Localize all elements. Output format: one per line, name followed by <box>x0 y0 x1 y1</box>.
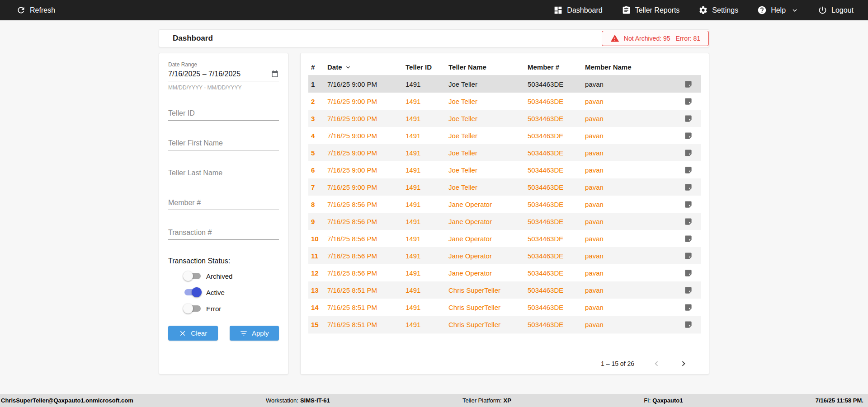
table-row[interactable]: 2 7/16/25 9:00 PM 1491 Joe Teller 503446… <box>308 93 701 110</box>
cell-num: 9 <box>311 218 327 225</box>
cell-teller-name: Joe Teller <box>448 149 528 157</box>
nav-settings[interactable]: Settings <box>698 5 738 15</box>
transaction-note-button[interactable] <box>678 320 698 329</box>
transactions-table-card: # Date Teller ID Teller Name Member # Me… <box>300 53 709 374</box>
nav-logout[interactable]: Logout <box>818 5 854 15</box>
teller-first-name-input[interactable] <box>168 139 279 147</box>
nav-settings-label: Settings <box>712 6 738 14</box>
cell-date: 7/16/25 9:00 PM <box>327 149 406 157</box>
table-row[interactable]: 15 7/16/25 8:51 PM 1491 Chris SuperTelle… <box>308 316 701 333</box>
cell-date: 7/16/25 9:00 PM <box>327 132 406 140</box>
nav-help-label: Help <box>771 6 786 14</box>
transaction-note-button[interactable] <box>678 303 698 312</box>
transaction-note-button[interactable] <box>678 269 698 277</box>
filter-icon <box>240 329 248 337</box>
transaction-note-button[interactable] <box>678 217 698 226</box>
transaction-note-button[interactable] <box>678 200 698 209</box>
transaction-note-button[interactable] <box>678 80 698 89</box>
teller-id-input[interactable] <box>168 109 279 117</box>
table-row[interactable]: 11 7/16/25 8:56 PM 1491 Jane Operator 50… <box>308 247 701 264</box>
apply-button[interactable]: Apply <box>230 326 279 341</box>
transaction-note-button[interactable] <box>678 97 698 106</box>
toggle-active[interactable]: Active <box>183 287 279 298</box>
cell-date: 7/16/25 9:00 PM <box>327 166 406 174</box>
table-row[interactable]: 10 7/16/25 8:56 PM 1491 Jane Operator 50… <box>308 230 701 247</box>
table-row[interactable]: 6 7/16/25 9:00 PM 1491 Joe Teller 503446… <box>308 161 701 178</box>
transaction-note-button[interactable] <box>678 286 698 295</box>
toggle-error[interactable]: Error <box>183 303 279 314</box>
table-row[interactable]: 5 7/16/25 9:00 PM 1491 Joe Teller 503446… <box>308 144 701 161</box>
note-icon <box>684 97 693 106</box>
transaction-note-button[interactable] <box>678 183 698 192</box>
report-clipboard-icon <box>622 5 631 15</box>
cell-num: 14 <box>311 304 327 311</box>
cell-member-num: 5034463DE <box>528 269 585 277</box>
note-icon <box>684 114 693 123</box>
cell-teller-id: 1491 <box>406 115 448 122</box>
table-row[interactable]: 7 7/16/25 9:00 PM 1491 Joe Teller 503446… <box>308 178 701 196</box>
member-number-input[interactable] <box>168 199 279 207</box>
cell-teller-name: Chris SuperTeller <box>448 304 528 311</box>
transaction-note-button[interactable] <box>678 114 698 123</box>
cell-teller-id: 1491 <box>406 304 448 311</box>
refresh-button[interactable]: Refresh <box>16 5 55 15</box>
nav-teller-reports[interactable]: Teller Reports <box>622 5 680 15</box>
toggle-archived[interactable]: Archived <box>183 271 279 281</box>
table-row[interactable]: 8 7/16/25 8:56 PM 1491 Jane Operator 503… <box>308 196 701 213</box>
transaction-note-button[interactable] <box>678 234 698 243</box>
table-body: 1 7/16/25 9:00 PM 1491 Joe Teller 503446… <box>308 75 701 333</box>
table-row[interactable]: 14 7/16/25 8:51 PM 1491 Chris SuperTelle… <box>308 299 701 316</box>
calendar-picker-button[interactable] <box>271 70 279 78</box>
alert-not-archived-count: Not Archived: 95 <box>624 35 670 42</box>
clear-button-label: Clear <box>191 329 207 337</box>
cell-date: 7/16/25 9:00 PM <box>327 115 406 122</box>
table-row[interactable]: 1 7/16/25 9:00 PM 1491 Joe Teller 503446… <box>308 75 701 93</box>
transaction-note-button[interactable] <box>678 131 698 140</box>
nav-logout-label: Logout <box>831 6 854 14</box>
note-icon <box>684 131 693 140</box>
table-row[interactable]: 3 7/16/25 9:00 PM 1491 Joe Teller 503446… <box>308 110 701 127</box>
cell-member-name: pavan <box>585 183 678 191</box>
cell-member-num: 5034463DE <box>528 115 585 122</box>
table-row[interactable]: 9 7/16/25 8:56 PM 1491 Jane Operator 503… <box>308 213 701 230</box>
table-row[interactable]: 12 7/16/25 8:56 PM 1491 Jane Operator 50… <box>308 264 701 281</box>
cell-num: 13 <box>311 286 327 294</box>
nav-help[interactable]: Help <box>757 5 799 15</box>
not-archived-error-alert: Not Archived: 95 Error: 81 <box>602 31 709 46</box>
previous-page-button[interactable] <box>651 359 661 369</box>
table-header-row: # Date Teller ID Teller Name Member # Me… <box>308 59 701 75</box>
note-icon <box>684 303 693 312</box>
cell-member-num: 5034463DE <box>528 132 585 140</box>
transaction-note-button[interactable] <box>678 149 698 157</box>
table-row[interactable]: 13 7/16/25 8:51 PM 1491 Chris SuperTelle… <box>308 281 701 299</box>
cell-member-name: pavan <box>585 252 678 260</box>
cell-date: 7/16/25 8:56 PM <box>327 235 406 243</box>
clear-button[interactable]: Clear <box>168 326 218 341</box>
date-range-input[interactable] <box>168 70 271 78</box>
transaction-number-input[interactable] <box>168 229 279 237</box>
cell-date: 7/16/25 8:56 PM <box>327 269 406 277</box>
cell-member-name: pavan <box>585 80 678 88</box>
status-bar: ChrisSuperTeller@Qaxpauto1.onmicrosoft.c… <box>0 394 868 407</box>
note-icon <box>684 286 693 295</box>
cell-teller-name: Jane Operator <box>448 218 528 225</box>
top-bar: Refresh Dashboard Teller Reports Setting… <box>0 0 868 20</box>
cell-date: 7/16/25 8:51 PM <box>327 304 406 311</box>
column-header-date[interactable]: Date <box>327 63 406 71</box>
cell-member-num: 5034463DE <box>528 304 585 311</box>
next-page-button[interactable] <box>679 359 689 369</box>
cell-num: 1 <box>311 80 327 88</box>
transaction-note-button[interactable] <box>678 166 698 174</box>
cell-member-name: pavan <box>585 304 678 311</box>
nav-dashboard[interactable]: Dashboard <box>553 5 602 15</box>
transaction-note-button[interactable] <box>678 252 698 260</box>
cell-num: 5 <box>311 149 327 157</box>
cell-member-num: 5034463DE <box>528 80 585 88</box>
page-title: Dashboard <box>173 34 213 43</box>
cell-member-name: pavan <box>585 166 678 174</box>
apply-button-label: Apply <box>252 329 269 337</box>
table-row[interactable]: 4 7/16/25 9:00 PM 1491 Joe Teller 503446… <box>308 127 701 144</box>
filter-panel: Date Range MM/DD/YYYY - MM/DD/YYYY <box>159 53 288 374</box>
calendar-icon <box>271 70 279 78</box>
teller-last-name-input[interactable] <box>168 169 279 177</box>
